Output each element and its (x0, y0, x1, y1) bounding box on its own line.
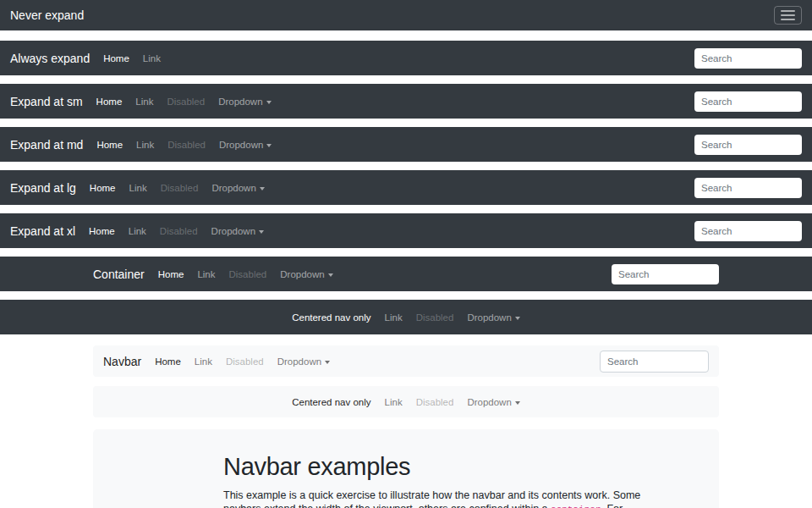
nav-link-link[interactable]: Link (123, 183, 154, 193)
container-code-text: container (551, 505, 601, 508)
nav-link-disabled: Disabled (160, 97, 211, 107)
brand-expand-md[interactable]: Expand at md (10, 138, 83, 152)
brand-never-expand[interactable]: Never expand (10, 8, 84, 22)
nav-dropdown-toggle[interactable]: Dropdown (273, 269, 339, 279)
navbar-expand-xl: Expand at xl Home Link Disabled Dropdown (0, 213, 812, 248)
nav-link-disabled: Disabled (153, 226, 205, 236)
page-title: Navbar examples (223, 453, 589, 481)
nav-dropdown-toggle[interactable]: Dropdown (460, 397, 526, 407)
brand-expand-lg[interactable]: Expand at lg (10, 181, 76, 195)
search-input[interactable] (694, 221, 802, 241)
intro-line-1: This example is a quick exercise to illu… (223, 489, 589, 502)
intro-line-2: navbars extend the width of the viewport… (223, 502, 589, 508)
brand-container[interactable]: Container (93, 268, 145, 281)
search-input[interactable] (694, 135, 802, 155)
brand-navbar[interactable]: Navbar (103, 355, 141, 368)
nav-link-home[interactable]: Home (90, 140, 129, 150)
nav-dropdown-toggle[interactable]: Dropdown (271, 356, 337, 367)
search-input[interactable] (694, 178, 802, 198)
brand-expand-xl[interactable]: Expand at xl (10, 224, 75, 238)
navbar-centered-dark: Centered nav only Link Disabled Dropdown (0, 300, 812, 334)
intro-paragraph: This example is a quick exercise to illu… (223, 489, 589, 508)
nav-link-disabled: Disabled (409, 397, 461, 407)
nav-link-link[interactable]: Link (129, 140, 161, 150)
nav-link-centered-active[interactable]: Centered nav only (285, 397, 377, 407)
nav-link-disabled: Disabled (222, 269, 274, 279)
nav-link-link[interactable]: Link (378, 397, 409, 407)
dropdown-caret-icon (515, 401, 520, 405)
nav-dropdown-toggle[interactable]: Dropdown (205, 183, 271, 193)
navbar-light: Navbar Home Link Disabled Dropdown (93, 345, 719, 377)
nav-link-disabled: Disabled (219, 356, 271, 367)
nav-dropdown-toggle[interactable]: Dropdown (205, 226, 271, 236)
nav-link-home[interactable]: Home (148, 356, 188, 367)
navbar-expand-md: Expand at md Home Link Disabled Dropdown (0, 127, 812, 162)
nav-link-home[interactable]: Home (96, 53, 136, 64)
nav-dropdown-toggle[interactable]: Dropdown (211, 97, 277, 107)
dropdown-caret-icon (260, 187, 265, 190)
dropdown-caret-icon (515, 317, 520, 320)
nav-link-centered-active[interactable]: Centered nav only (285, 312, 377, 323)
nav-link-link[interactable]: Link (188, 356, 219, 367)
nav-link-link[interactable]: Link (136, 53, 167, 64)
nav-link-link[interactable]: Link (122, 226, 153, 236)
brand-expand-sm[interactable]: Expand at sm (10, 95, 83, 108)
jumbotron-content: Navbar examples This example is a quick … (223, 453, 589, 508)
nav-link-link[interactable]: Link (190, 269, 222, 279)
navbar-expand-lg: Expand at lg Home Link Disabled Dropdown (0, 170, 812, 205)
nav-link-link[interactable]: Link (378, 312, 409, 323)
dropdown-caret-icon (266, 101, 272, 104)
dropdown-caret-icon (266, 144, 272, 147)
nav-dropdown-toggle[interactable]: Dropdown (212, 140, 278, 150)
navbar-never-expand: Never expand (0, 0, 812, 30)
dropdown-caret-icon (328, 273, 333, 277)
nav-link-home[interactable]: Home (151, 269, 191, 279)
nav-link-disabled: Disabled (161, 140, 212, 150)
hamburger-icon (781, 10, 795, 20)
nav-dropdown-toggle[interactable]: Dropdown (460, 312, 526, 323)
search-input[interactable] (612, 264, 719, 284)
nav-link-home[interactable]: Home (82, 226, 122, 236)
dropdown-caret-icon (325, 361, 330, 364)
dropdown-caret-icon (259, 230, 264, 234)
nav-link-home[interactable]: Home (83, 183, 123, 193)
navbar-centered-light: Centered nav only Link Disabled Dropdown (93, 386, 719, 417)
navbar-always-expand: Always expand Home Link (0, 41, 812, 75)
search-input[interactable] (694, 91, 802, 112)
search-input[interactable] (694, 48, 802, 69)
nav-link-disabled: Disabled (409, 312, 461, 323)
navbar-inner-container: Container Home Link Disabled Dropdown (93, 264, 719, 284)
nav-link-home[interactable]: Home (90, 97, 129, 107)
brand-always-expand[interactable]: Always expand (10, 52, 90, 65)
search-input[interactable] (600, 351, 709, 373)
nav-link-link[interactable]: Link (129, 97, 160, 107)
jumbotron: Navbar examples This example is a quick … (93, 429, 719, 508)
navbar-expand-sm: Expand at sm Home Link Disabled Dropdown (0, 84, 812, 119)
navbar-container: Container Home Link Disabled Dropdown (0, 257, 812, 291)
nav-link-disabled: Disabled (154, 183, 206, 193)
navbar-toggler-button[interactable] (774, 6, 802, 25)
